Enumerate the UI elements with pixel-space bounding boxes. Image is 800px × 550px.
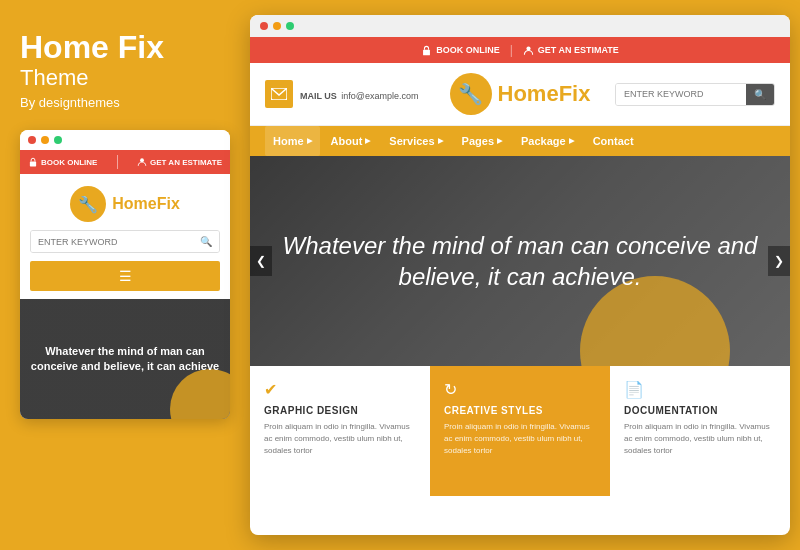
card-title-graphic: GRAPHIC DESIGN	[264, 405, 416, 416]
desktop-header: MAIL US info@example.com 🔧 HomeFix 🔍	[250, 63, 790, 126]
nav-item-contact[interactable]: Contact	[585, 126, 642, 156]
desktop-mockup: BOOK ONLINE | GET AN ESTIMATE MAIL US in…	[250, 15, 790, 535]
dt-lock-icon	[421, 45, 432, 56]
mobile-logo-icon: 🔧	[70, 186, 106, 222]
mail-text-block: MAIL US info@example.com	[300, 85, 418, 103]
mobile-titlebar	[20, 130, 230, 150]
mobile-hero-circle	[170, 369, 230, 419]
card-documentation: 📄 DOCUMENTATION Proin aliquam in odio in…	[610, 366, 790, 496]
desktop-titlebar	[250, 15, 790, 37]
mail-address: info@example.com	[341, 91, 418, 101]
dt-user-icon	[523, 45, 534, 56]
svg-point-1	[140, 158, 144, 162]
brand-title: Home Fix	[20, 30, 240, 65]
desktop-topbar: BOOK ONLINE | GET AN ESTIMATE	[250, 37, 790, 63]
nav-item-about[interactable]: About ▶	[323, 126, 379, 156]
dt-dot-yellow	[273, 22, 281, 30]
mobile-header: 🔧 HomeFix	[20, 174, 230, 230]
card-title-doc: DOCUMENTATION	[624, 405, 776, 416]
topbar-divider	[117, 155, 118, 169]
mobile-topbar: BOOK ONLINE GET AN ESTIMATE	[20, 150, 230, 174]
desktop-nav: Home ▶ About ▶ Services ▶ Pages ▶ Packag…	[250, 126, 790, 156]
left-panel: Home Fix Theme By designthemes BOOK ONLI…	[20, 30, 240, 419]
desktop-search-container: 🔍	[612, 83, 775, 106]
dt-book-online[interactable]: BOOK ONLINE	[421, 45, 500, 56]
card-text-doc: Proin aliquam in odio in fringilla. Viva…	[624, 421, 776, 457]
hamburger-icon: ☰	[119, 268, 132, 284]
dot-green	[54, 136, 62, 144]
desktop-search-box: 🔍	[615, 83, 775, 106]
card-text-graphic: Proin aliquam in odio in fringilla. Viva…	[264, 421, 416, 457]
card-creative-styles: ↻ CREATIVE STYLES Proin aliquam in odio …	[430, 366, 610, 496]
desktop-cards: ✔ GRAPHIC DESIGN Proin aliquam in odio i…	[250, 366, 790, 496]
lock-icon	[28, 157, 38, 167]
card-text-creative: Proin aliquam in odio in fringilla. Viva…	[444, 421, 596, 457]
nav-item-services[interactable]: Services ▶	[381, 126, 450, 156]
mail-icon-box	[265, 80, 293, 108]
mobile-book-online[interactable]: BOOK ONLINE	[28, 157, 97, 167]
dot-yellow	[41, 136, 49, 144]
nav-arrow-about: ▶	[365, 137, 370, 145]
nav-arrow-services: ▶	[438, 137, 443, 145]
desktop-hero: ❮ Whatever the mind of man can conceive …	[250, 156, 790, 366]
mobile-logo-text: HomeFix	[112, 195, 180, 213]
nav-arrow-home: ▶	[307, 137, 312, 145]
mobile-search-box: 🔍	[30, 230, 220, 253]
topbar-separator: |	[510, 43, 513, 57]
mail-icon	[271, 88, 287, 100]
desktop-search-input[interactable]	[616, 84, 746, 105]
hero-title: Whatever the mind of man can conceive an…	[250, 230, 790, 292]
svg-rect-2	[423, 49, 430, 55]
mail-label: MAIL US	[300, 91, 337, 101]
svg-point-3	[526, 46, 530, 50]
svg-rect-0	[30, 162, 36, 167]
hero-prev-button[interactable]: ❮	[250, 246, 272, 276]
nav-arrow-pages: ▶	[497, 137, 502, 145]
dot-red	[28, 136, 36, 144]
nav-arrow-package: ▶	[569, 137, 574, 145]
mobile-get-estimate[interactable]: GET AN ESTIMATE	[137, 157, 222, 167]
dt-dot-red	[260, 22, 268, 30]
nav-item-home[interactable]: Home ▶	[265, 126, 320, 156]
dt-dot-green	[286, 22, 294, 30]
check-icon: ✔	[264, 380, 416, 399]
mobile-search-button[interactable]: 🔍	[193, 231, 219, 252]
desktop-logo-icon: 🔧	[450, 73, 492, 115]
brand-subtitle: Theme	[20, 65, 240, 91]
user-icon	[137, 157, 147, 167]
card-graphic-design: ✔ GRAPHIC DESIGN Proin aliquam in odio i…	[250, 366, 430, 496]
desktop-search-button[interactable]: 🔍	[746, 84, 774, 105]
doc-icon: 📄	[624, 380, 776, 399]
hero-content: Whatever the mind of man can conceive an…	[250, 230, 790, 292]
mobile-hero-text: Whatever the mind of man can conceive an…	[30, 344, 220, 375]
mobile-hero: Whatever the mind of man can conceive an…	[20, 299, 230, 419]
mail-block: MAIL US info@example.com	[265, 80, 428, 108]
card-title-creative: CREATIVE STYLES	[444, 405, 596, 416]
dt-get-estimate[interactable]: GET AN ESTIMATE	[523, 45, 619, 56]
desktop-logo: 🔧 HomeFix	[438, 73, 601, 115]
mobile-search-input[interactable]	[31, 231, 193, 252]
mobile-mockup: BOOK ONLINE GET AN ESTIMATE 🔧 HomeFix 🔍 …	[20, 130, 230, 419]
hero-next-button[interactable]: ❯	[768, 246, 790, 276]
desktop-logo-text: HomeFix	[498, 81, 591, 107]
mobile-menu-button[interactable]: ☰	[30, 261, 220, 291]
nav-item-package[interactable]: Package ▶	[513, 126, 582, 156]
sync-icon: ↻	[444, 380, 596, 399]
nav-item-pages[interactable]: Pages ▶	[454, 126, 510, 156]
brand-by: By designthemes	[20, 95, 240, 110]
